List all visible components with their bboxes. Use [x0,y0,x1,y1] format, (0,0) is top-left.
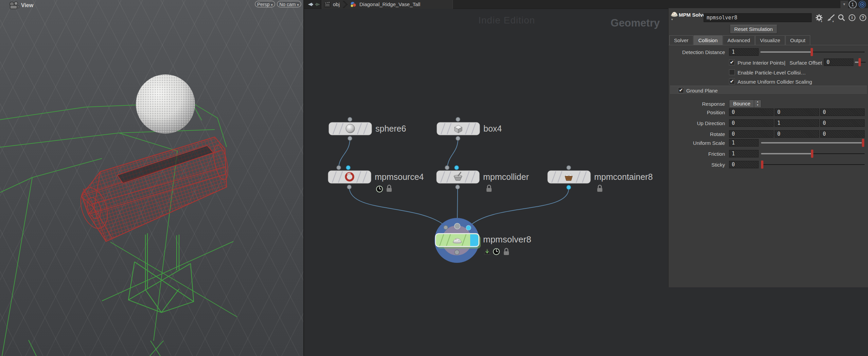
position-label: Position [669,109,725,115]
lock-icon [486,185,492,192]
node-name-input[interactable] [704,13,812,22]
sticky-label: Sticky [669,162,725,168]
position-y-field[interactable]: 0 [775,108,819,116]
caret-down-icon: ▾ [297,3,299,7]
uniform-scale-field[interactable]: 1 [729,139,759,147]
up-direction-y-field[interactable]: 1 [775,119,819,127]
node-label-mpmcollider[interactable]: mpmcollider [483,172,529,182]
position-z-field[interactable]: 0 [820,108,865,116]
ground-plane-section[interactable]: ✔ Ground Plane [670,86,867,95]
gravity-arrow-wireframe [128,233,194,312]
spinner-down-icon: ▼ [754,103,761,107]
enable-particle-collision-checkbox[interactable] [729,69,735,75]
history-arrows [306,1,321,8]
tabs-divider [669,45,868,45]
node-box4[interactable] [437,117,480,140]
check-icon: ✔ [730,78,734,84]
help-icon[interactable]: ? [860,14,866,21]
prune-interior-points-label: Prune Interior Points [738,60,784,66]
label-separator: | [784,60,785,66]
breadcrumb-root[interactable]: obj [333,1,340,7]
camera-mode-dropdown[interactable]: Persp ▾ [255,1,275,7]
render-flag-icon[interactable] [484,249,490,254]
breadcrumb-path[interactable]: Diagonal_Ridge_Vase_Tall [359,1,420,7]
node-sphere6[interactable] [329,117,372,140]
network-path-bar: obj Diagonal_Ridge_Vase_Tall ▼ 1 [304,0,868,9]
mpm-solver-node-icon[interactable] [670,10,678,18]
gear-menu-caret[interactable]: ▾ [821,20,822,23]
info-icon[interactable]: i [849,14,855,21]
rotate-y-field[interactable]: 0 [775,130,819,138]
lock-icon [387,185,392,192]
uniform-scale-label: Uniform Scale [669,140,725,146]
rotate-z-field[interactable]: 0 [820,130,865,138]
network-menu-button[interactable]: ▼ [840,0,848,9]
magnifier-icon[interactable] [838,14,845,21]
detection-distance-label: Detection Distance [669,49,725,55]
detection-distance-field[interactable]: 1 [729,48,759,56]
response-label: Response [669,101,725,107]
camera-select-label: No cam [279,2,296,7]
menu-arrow-icon: ▼ [843,2,846,6]
friction-field[interactable]: 1 [729,150,759,157]
sticky-field[interactable]: 0 [729,161,759,168]
assume-uniform-scaling-label: Assume Uniform Collider Scaling [738,79,812,85]
response-spinner[interactable]: ▲ ▼ [754,100,761,107]
response-dropdown[interactable]: Bounce ▲ ▼ [729,100,761,108]
viewport-3d[interactable]: View Persp ▾ No cam ▾ [0,0,303,356]
breadcrumb-chevron-icon [342,1,348,8]
enable-particle-collision-label: Enable Particle-Level Collisi… [738,70,806,75]
camera-select-dropdown[interactable]: No cam ▾ [277,1,301,7]
forward-arrow-icon[interactable] [315,2,321,6]
ground-plane-label: Ground Plane [686,88,718,94]
camera-view-link-icon[interactable] [858,0,866,9]
node-label-mpmsource4[interactable]: mpmsource4 [375,172,424,182]
lock-icon [597,185,602,192]
node-label-box4[interactable]: box4 [483,124,502,134]
viewport-scene [0,0,303,356]
parameter-panel: ▾ MPM Solver ▾ ▾ i ? Reset Simulation So… [668,8,868,287]
time-dependent-icon [493,249,499,255]
back-arrow-icon[interactable] [307,2,313,6]
tab-solver[interactable]: Solver [669,35,693,45]
network-level-badge[interactable]: 1 [849,0,857,9]
prune-interior-points-checkbox[interactable]: ✔ [729,60,735,65]
obj-context-icon[interactable] [324,1,331,8]
reset-simulation-button[interactable]: Reset Simulation [730,25,777,34]
brush-menu-caret[interactable]: ▾ [832,20,834,23]
friction-label: Friction [669,151,725,157]
sphere-icon [346,124,355,133]
tab-collision[interactable]: Collision [694,35,723,45]
surface-offset-field[interactable]: 0 [824,58,853,66]
rotate-x-field[interactable]: 0 [729,130,774,138]
time-dependent-icon [376,186,383,192]
houdini-window: View Persp ▾ No cam ▾ Indie Edition Geom… [0,0,868,356]
view-camera-icon [9,1,20,10]
ground-plane-checkbox[interactable]: ✔ [678,87,684,93]
node-label-sphere6[interactable]: sphere6 [375,124,406,134]
lock-icon [504,249,509,255]
spinner-up-icon: ▲ [754,100,761,103]
camera-mode-label: Persp [257,2,270,7]
node-label-mpmsolver8[interactable]: mpmsolver8 [483,234,531,245]
geometry-node-icon [350,1,357,8]
red-wireframe-vase[interactable] [76,137,231,241]
tab-visualize[interactable]: Visualize [755,35,785,45]
surface-offset-label: Surface Offset [790,60,822,66]
node-label-mpmcontainer8[interactable]: mpmcontainer8 [594,172,653,182]
toolbar-separator [321,0,321,9]
view-menu[interactable]: View [21,2,33,9]
check-icon: ✔ [730,59,734,65]
response-value: Bounce [729,101,754,106]
tab-advanced[interactable]: Advanced [723,35,755,45]
up-direction-z-field[interactable]: 0 [820,119,865,127]
tab-output[interactable]: Output [785,35,810,45]
up-direction-x-field[interactable]: 0 [729,119,774,127]
parameter-tabs: Solver Collision Advanced Visualize Outp… [669,35,811,45]
particle-sphere[interactable] [136,74,195,134]
assume-uniform-scaling-checkbox[interactable]: ✔ [729,79,735,84]
network-path-tab[interactable]: obj Diagonal_Ridge_Vase_Tall [322,0,453,9]
caret-down-icon: ▾ [271,3,273,7]
node-icon-caret[interactable]: ▾ [671,18,673,21]
position-x-field[interactable]: 0 [729,108,774,116]
